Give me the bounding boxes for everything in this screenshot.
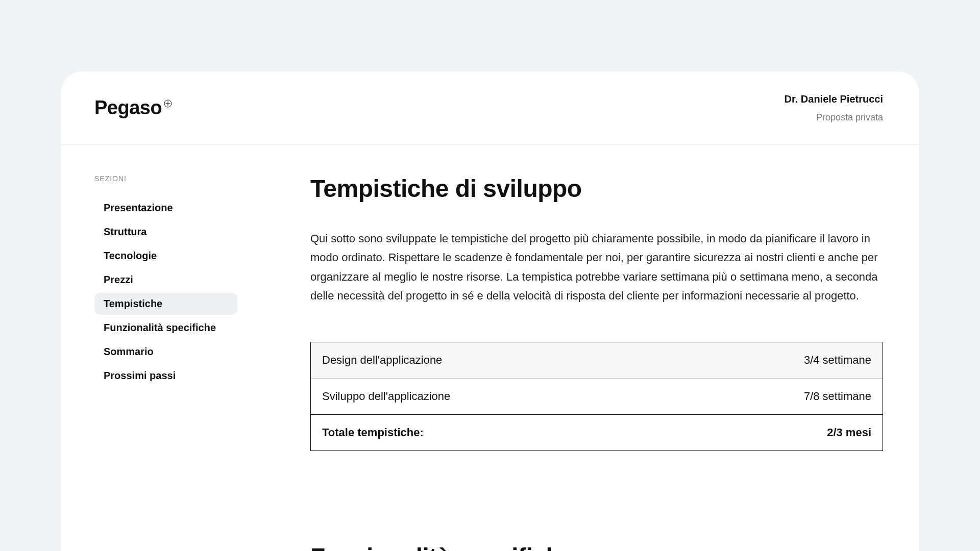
logo-text: Pegaso	[94, 98, 162, 117]
client-subtitle: Proposta privata	[785, 110, 883, 125]
timeline-row-label: Totale tempistiche:	[322, 426, 424, 439]
sidebar: SEZIONI PresentazioneStrutturaTecnologie…	[94, 174, 245, 551]
document-card: Pegaso Dr. Daniele Pietrucci Proposta pr…	[61, 71, 919, 551]
sidebar-label: SEZIONI	[94, 174, 245, 183]
plus-circle-icon	[164, 99, 172, 110]
timeline-row-value: 2/3 mesi	[827, 426, 871, 439]
section-title: Tempistiche di sviluppo	[310, 174, 883, 203]
sidebar-item[interactable]: Struttura	[94, 221, 237, 243]
timeline-row-label: Design dell'applicazione	[322, 354, 442, 367]
sidebar-item[interactable]: Tempistiche	[94, 293, 237, 315]
timeline-row: Totale tempistiche:2/3 mesi	[311, 414, 883, 450]
timeline-row: Sviluppo dell'applicazione7/8 settimane	[311, 378, 883, 414]
sidebar-item[interactable]: Presentazione	[94, 197, 237, 219]
sidebar-item[interactable]: Sommario	[94, 341, 237, 363]
sidebar-list: PresentazioneStrutturaTecnologiePrezziTe…	[94, 197, 245, 387]
sidebar-item[interactable]: Prezzi	[94, 269, 237, 291]
header: Pegaso Dr. Daniele Pietrucci Proposta pr…	[61, 71, 919, 145]
next-section-title: Funzionalità specifiche	[310, 543, 883, 551]
content: Tempistiche di sviluppo Qui sotto sono s…	[245, 174, 883, 551]
sidebar-item[interactable]: Prossimi passi	[94, 365, 237, 387]
timeline-table: Design dell'applicazione3/4 settimaneSvi…	[310, 342, 883, 451]
timeline-row: Design dell'applicazione3/4 settimane	[311, 342, 883, 378]
timeline-row-value: 7/8 settimane	[804, 390, 871, 403]
timeline-row-value: 3/4 settimane	[804, 354, 871, 367]
body: SEZIONI PresentazioneStrutturaTecnologie…	[61, 145, 919, 551]
sidebar-item[interactable]: Funzionalità specifiche	[94, 317, 237, 339]
logo: Pegaso	[94, 98, 172, 117]
section-paragraph: Qui sotto sono sviluppate le tempistiche…	[310, 229, 883, 306]
client-name: Dr. Daniele Pietrucci	[785, 91, 883, 107]
sidebar-item[interactable]: Tecnologie	[94, 245, 237, 267]
header-client-block: Dr. Daniele Pietrucci Proposta privata	[785, 91, 883, 125]
timeline-row-label: Sviluppo dell'applicazione	[322, 390, 450, 403]
